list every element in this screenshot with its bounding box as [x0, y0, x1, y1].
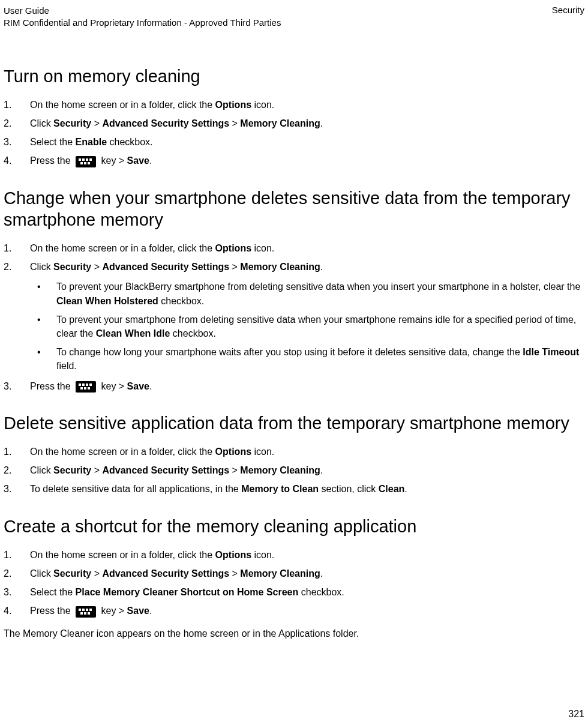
- step-item: Press the key > Save.: [4, 154, 584, 167]
- section-delete-sensitive-data: Delete sensitive application data from t…: [4, 412, 584, 496]
- section-change-when-deletes: Change when your smartphone deletes sens…: [4, 187, 584, 393]
- ordered-steps: On the home screen or in a folder, click…: [4, 241, 584, 393]
- header-left: User Guide RIM Confidential and Propriet…: [4, 5, 281, 29]
- section-note: The Memory Cleaner icon appears on the h…: [4, 627, 584, 640]
- section-heading: Create a shortcut for the memory cleanin…: [4, 516, 584, 537]
- bullet-list: To prevent your BlackBerry smartphone fr…: [37, 280, 584, 373]
- step-item: To delete sensitive data for all applica…: [4, 482, 584, 496]
- bullet-item: To prevent your BlackBerry smartphone fr…: [37, 280, 584, 307]
- header-right: Security: [552, 5, 584, 15]
- section-turn-on-memory-cleaning: Turn on memory cleaning On the home scre…: [4, 65, 584, 168]
- blackberry-menu-key-icon: [76, 381, 96, 393]
- header-confidential: RIM Confidential and Proprietary Informa…: [4, 17, 281, 29]
- step-item: Click Security > Advanced Security Setti…: [4, 116, 584, 130]
- step-item: Select the Place Memory Cleaner Shortcut…: [4, 585, 584, 599]
- step-item: On the home screen or in a folder, click…: [4, 241, 584, 255]
- page-number: 321: [568, 709, 584, 720]
- blackberry-menu-key-icon: [76, 156, 96, 167]
- bullet-item: To prevent your smartphone from deleting…: [37, 313, 584, 340]
- header-guide-title: User Guide: [4, 5, 281, 17]
- step-item: Press the key > Save.: [4, 604, 584, 618]
- section-create-shortcut: Create a shortcut for the memory cleanin…: [4, 516, 584, 640]
- ordered-steps: On the home screen or in a folder, click…: [4, 548, 584, 618]
- step-item: Click Security > Advanced Security Setti…: [4, 260, 584, 373]
- blackberry-menu-key-icon: [76, 606, 96, 618]
- step-item: On the home screen or in a folder, click…: [4, 548, 584, 562]
- step-item: On the home screen or in a folder, click…: [4, 98, 584, 112]
- bullet-item: To change how long your smartphone waits…: [37, 345, 584, 373]
- step-item: Click Security > Advanced Security Setti…: [4, 567, 584, 580]
- ordered-steps: On the home screen or in a folder, click…: [4, 445, 584, 496]
- section-heading: Change when your smartphone deletes sens…: [4, 187, 584, 231]
- section-heading: Delete sensitive application data from t…: [4, 412, 584, 434]
- step-item: Press the key > Save.: [4, 379, 584, 393]
- step-item: Select the Enable checkbox.: [4, 135, 584, 149]
- page-header: User Guide RIM Confidential and Propriet…: [4, 5, 584, 29]
- step-item: Click Security > Advanced Security Setti…: [4, 463, 584, 477]
- step-item: On the home screen or in a folder, click…: [4, 445, 584, 459]
- ordered-steps: On the home screen or in a folder, click…: [4, 98, 584, 168]
- section-heading: Turn on memory cleaning: [4, 65, 584, 87]
